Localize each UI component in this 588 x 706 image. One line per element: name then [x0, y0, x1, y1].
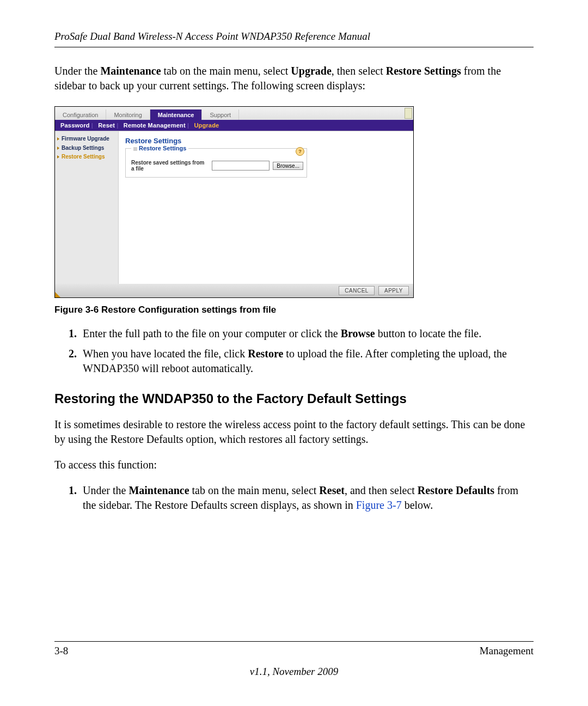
subnav-upgrade[interactable]: Upgrade [194, 122, 219, 129]
sidebar-item-restore-settings[interactable]: Restore Settings [56, 153, 117, 162]
step-2: When you have located the file, click Re… [79, 346, 534, 376]
bold: Browse [341, 327, 375, 339]
divider: | [187, 122, 189, 129]
subnav-password[interactable]: Password [60, 122, 90, 129]
page-number: 3-8 [54, 645, 68, 657]
text: Enter the full path to the file on your … [83, 327, 341, 339]
doc-version: v1.1, November 2009 [54, 666, 534, 678]
page-footer: 3-8 Management v1.1, November 2009 [54, 641, 534, 678]
restore-file-row: Restore saved settings from a file Brows… [131, 160, 303, 172]
panel-title: Restore Settings [125, 137, 407, 145]
text: When you have located the file, click [83, 348, 248, 360]
restore-settings-panel: Restore Settings ? Restore saved setting… [125, 148, 307, 178]
apply-button[interactable]: APPLY [378, 286, 409, 295]
intro-paragraph: Under the Maintenance tab on the main me… [54, 64, 534, 93]
text: button to locate the file. [375, 327, 482, 339]
work-area: Firmware Upgrade Backup Settings Restore… [55, 131, 413, 284]
browse-button[interactable]: Browse... [273, 162, 303, 170]
footer-button-bar: CANCEL APPLY [55, 284, 413, 297]
steps-list-1: Enter the full path to the file on your … [54, 326, 534, 376]
cancel-button[interactable]: CANCEL [339, 286, 375, 295]
figure-caption: Figure 3-6 Restore Configuration setting… [54, 305, 534, 315]
restore-file-label: Restore saved settings from a file [131, 160, 209, 172]
help-icon[interactable]: ? [296, 147, 304, 156]
brand-logo [405, 108, 412, 119]
subnav-reset[interactable]: Reset [98, 122, 115, 129]
paragraph: It is sometimes desirable to restore the… [54, 417, 534, 447]
tab-support[interactable]: Support [202, 109, 239, 120]
chapter-name: Management [480, 645, 534, 657]
figure-3-6: Configuration Monitoring Maintenance Sup… [54, 106, 534, 298]
text: tab on the main menu, select [189, 484, 320, 496]
tab-monitoring[interactable]: Monitoring [106, 109, 150, 120]
bold: Maintenance [100, 65, 161, 77]
divider: | [117, 122, 118, 129]
tab-maintenance[interactable]: Maintenance [150, 109, 203, 120]
bold: Reset [319, 484, 345, 496]
paragraph: To access this function: [54, 458, 534, 472]
text: below. [402, 499, 433, 511]
running-header: ProSafe Dual Band Wireless-N Access Poin… [54, 31, 534, 47]
text: Under the [54, 65, 100, 77]
panel-legend: Restore Settings [131, 145, 188, 151]
footer-rule [54, 641, 534, 642]
screenshot-frame: Configuration Monitoring Maintenance Sup… [54, 106, 414, 298]
resize-corner-icon [55, 292, 60, 297]
divider: | [91, 122, 93, 129]
text: tab on the main menu, select [161, 65, 291, 77]
bold: Maintenance [128, 484, 189, 496]
bold: Upgrade [291, 65, 331, 77]
subnav-remote-management[interactable]: Remote Management [124, 122, 186, 129]
bold: Restore Settings [386, 65, 461, 77]
header-rule [54, 47, 534, 47]
step-1: Under the Maintenance tab on the main me… [79, 483, 534, 513]
steps-list-2: Under the Maintenance tab on the main me… [54, 483, 534, 513]
sidebar: Firmware Upgrade Backup Settings Restore… [55, 131, 119, 284]
text: , then select [332, 65, 386, 77]
sidebar-item-backup-settings[interactable]: Backup Settings [56, 144, 117, 153]
file-path-input[interactable] [212, 161, 270, 171]
sub-nav: Password | Reset | Remote Management | U… [55, 120, 413, 131]
section-heading: Restoring the WNDAP350 to the Factory De… [54, 391, 534, 406]
step-1: Enter the full path to the file on your … [79, 326, 534, 341]
main-tab-bar: Configuration Monitoring Maintenance Sup… [55, 107, 413, 120]
bold: Restore [248, 348, 283, 360]
sidebar-item-firmware-upgrade[interactable]: Firmware Upgrade [56, 135, 117, 144]
content-pane: Restore Settings Restore Settings ? Rest… [119, 131, 413, 284]
text: , and then select [345, 484, 418, 496]
bold: Restore Defaults [418, 484, 494, 496]
text: Under the [83, 484, 128, 496]
figure-3-7-link[interactable]: Figure 3-7 [356, 499, 402, 511]
tab-configuration[interactable]: Configuration [55, 109, 106, 120]
